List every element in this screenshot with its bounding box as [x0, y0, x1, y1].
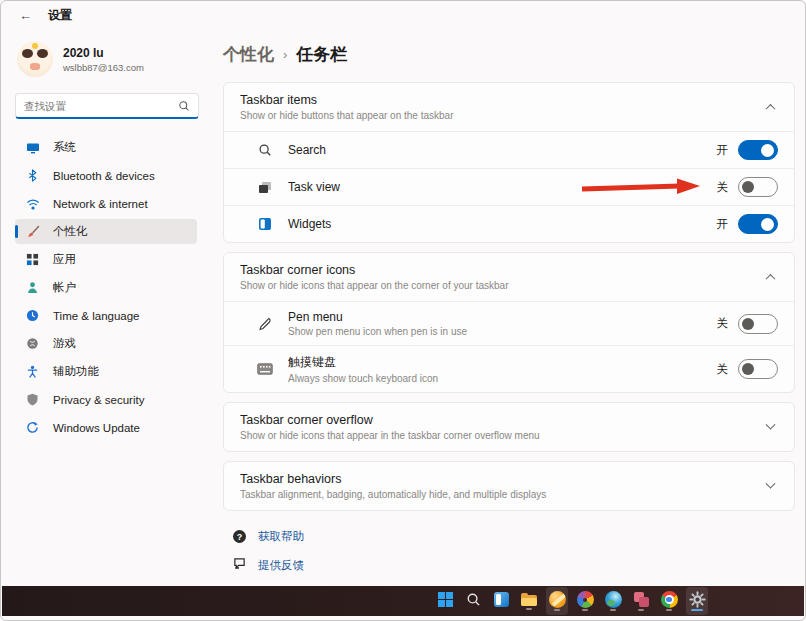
- link-label: 获取帮助: [258, 529, 304, 544]
- sidebar-item-windows-update[interactable]: Windows Update: [15, 415, 197, 440]
- card-taskbar-items-header[interactable]: Taskbar items Show or hide buttons that …: [224, 83, 794, 131]
- color-wheel-icon: [577, 591, 594, 608]
- sidebar-item-gaming[interactable]: 游戏: [15, 331, 197, 356]
- sidebar-item-label: 辅助功能: [53, 364, 99, 379]
- toggle-state-label: 关: [717, 180, 729, 195]
- row-label: Widgets: [288, 217, 703, 231]
- widgets-icon: [256, 216, 274, 232]
- card-title: Taskbar corner icons: [240, 263, 767, 277]
- settings-search-box[interactable]: [15, 93, 199, 119]
- row-label: Pen menu: [288, 310, 703, 324]
- card-subtitle: Show or hide buttons that appear on the …: [240, 110, 767, 121]
- main-content: 个性化 › 任务栏 Taskbar items Show or hide but…: [211, 29, 805, 586]
- taskbar-search-button[interactable]: [462, 587, 484, 615]
- chevron-down-icon[interactable]: [766, 419, 776, 429]
- sidebar-item-accessibility[interactable]: 辅助功能: [15, 359, 197, 384]
- sidebar-item-label: 游戏: [53, 336, 76, 351]
- search-icon: [466, 592, 481, 607]
- task-view-icon: [256, 179, 274, 195]
- sidebar-item-label: 个性化: [53, 224, 88, 239]
- app-orange-button[interactable]: [546, 587, 568, 615]
- toggle-state-label: 开: [717, 217, 729, 232]
- card-corner-icons-header[interactable]: Taskbar corner icons Show or hide icons …: [224, 253, 794, 301]
- widgets-toggle[interactable]: [738, 214, 778, 234]
- search-icon: [256, 142, 274, 158]
- user-email: wslbb87@163.com: [63, 62, 144, 73]
- row-widgets: Widgets 开: [224, 205, 794, 242]
- shield-icon: [25, 392, 40, 407]
- toggle-state-label: 关: [717, 316, 729, 331]
- app-title: 设置: [48, 7, 72, 24]
- sidebar-item-bluetooth[interactable]: Bluetooth & devices: [15, 163, 197, 188]
- sidebar-item-time-language[interactable]: Time & language: [15, 303, 197, 328]
- back-button[interactable]: ←: [19, 8, 32, 23]
- sidebar-item-system[interactable]: 系统: [15, 135, 197, 160]
- app-colorwheel-button[interactable]: [574, 587, 596, 615]
- pen-menu-toggle[interactable]: [738, 314, 778, 334]
- row-label: 触摸键盘: [288, 354, 703, 371]
- taskbar-widgets-button[interactable]: [490, 587, 512, 615]
- card-subtitle: Show or hide icons that appear on the co…: [240, 280, 767, 291]
- clock-icon: [25, 308, 40, 323]
- search-input[interactable]: [24, 100, 178, 112]
- touch-keyboard-toggle[interactable]: [738, 359, 778, 379]
- row-label: Search: [288, 143, 703, 157]
- user-profile[interactable]: 2020 lu wslbb87@163.com: [17, 41, 203, 77]
- feedback-icon: [233, 556, 246, 574]
- orange-app-icon: [549, 591, 566, 608]
- folder-icon: [521, 593, 538, 607]
- search-icon: [178, 100, 190, 112]
- toggle-state-label: 关: [717, 362, 729, 377]
- app-teal-button[interactable]: [602, 587, 624, 615]
- sidebar-item-accounts[interactable]: 帐户: [15, 275, 197, 300]
- sidebar-item-label: Network & internet: [53, 198, 148, 210]
- sidebar-item-privacy[interactable]: Privacy & security: [15, 387, 197, 412]
- page-title: 任务栏: [296, 43, 347, 66]
- footer-links: ? 获取帮助 提供反馈: [233, 529, 799, 574]
- sidebar-item-label: 系统: [53, 140, 76, 155]
- card-subtitle: Taskbar alignment, badging, automaticall…: [240, 489, 767, 500]
- title-bar: ← 设置: [1, 1, 805, 29]
- sidebar-item-label: Bluetooth & devices: [53, 170, 155, 182]
- sidebar-item-apps[interactable]: 应用: [15, 247, 197, 272]
- card-taskbar-behaviors-header[interactable]: Taskbar behaviors Taskbar alignment, bad…: [224, 462, 794, 510]
- chevron-up-icon[interactable]: [766, 273, 776, 283]
- app-pink-button[interactable]: [630, 587, 652, 615]
- wifi-icon: [25, 196, 40, 211]
- sidebar-item-label: 应用: [53, 252, 76, 267]
- bluetooth-icon: [25, 168, 40, 183]
- gear-icon: [689, 591, 706, 608]
- user-name: 2020 lu: [63, 46, 144, 60]
- card-title: Taskbar corner overflow: [240, 413, 767, 427]
- sidebar-item-label: 帐户: [53, 280, 76, 295]
- row-description: Show pen menu icon when pen is in use: [288, 326, 703, 337]
- feedback-link[interactable]: 提供反馈: [233, 556, 799, 574]
- sidebar-nav: 系统 Bluetooth & devices Network & interne…: [15, 135, 203, 440]
- avatar: [17, 41, 53, 77]
- breadcrumb-parent[interactable]: 个性化: [223, 43, 274, 66]
- windows-logo-icon: [438, 592, 453, 607]
- sidebar: 2020 lu wslbb87@163.com 系统 Bluetooth & d…: [1, 29, 211, 586]
- sidebar-item-label: Windows Update: [53, 422, 140, 434]
- chrome-button[interactable]: [658, 587, 680, 615]
- chevron-down-icon[interactable]: [766, 478, 776, 488]
- start-button[interactable]: [434, 587, 456, 615]
- card-subtitle: Show or hide icons that appear in the ta…: [240, 430, 767, 441]
- get-help-link[interactable]: ? 获取帮助: [233, 529, 799, 544]
- help-icon: ?: [233, 530, 246, 543]
- sidebar-item-network[interactable]: Network & internet: [15, 191, 197, 216]
- search-toggle[interactable]: [738, 140, 778, 160]
- apps-icon: [25, 252, 40, 267]
- row-description: Always show touch keyboard icon: [288, 373, 703, 384]
- card-corner-overflow-header[interactable]: Taskbar corner overflow Show or hide ico…: [224, 403, 794, 451]
- accessibility-icon: [25, 364, 40, 379]
- file-explorer-button[interactable]: [518, 587, 540, 615]
- sidebar-item-personalization[interactable]: 个性化: [15, 219, 197, 244]
- task-view-toggle[interactable]: [738, 177, 778, 197]
- chrome-icon: [661, 591, 678, 608]
- breadcrumb-separator: ›: [283, 47, 287, 62]
- monitor-icon: [25, 140, 40, 155]
- gamepad-icon: [25, 336, 40, 351]
- chevron-up-icon[interactable]: [766, 103, 776, 113]
- settings-button[interactable]: [686, 587, 708, 615]
